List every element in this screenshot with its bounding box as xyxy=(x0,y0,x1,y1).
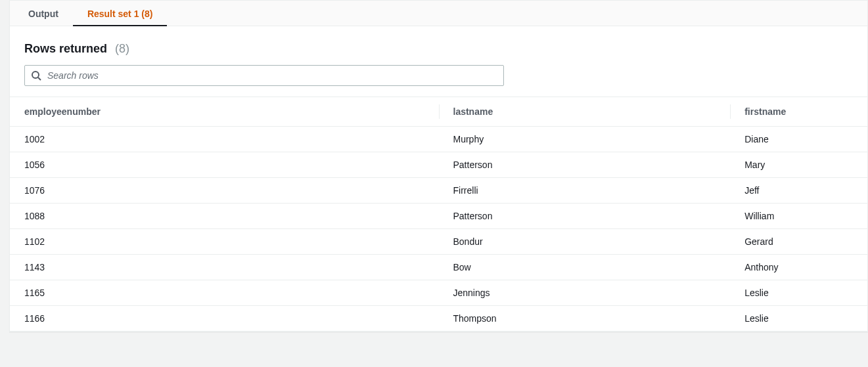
column-header-lastname[interactable]: lastname xyxy=(439,97,731,127)
search-icon xyxy=(31,70,41,81)
rows-returned-title: Rows returned xyxy=(24,42,107,55)
cell-firstname: Anthony xyxy=(730,255,867,280)
search-box xyxy=(24,65,504,86)
cell-lastname: Jennings xyxy=(439,280,731,306)
cell-firstname: Gerard xyxy=(730,229,867,255)
column-header-firstname[interactable]: firstname xyxy=(730,97,867,127)
table-row[interactable]: 1002 Murphy Diane xyxy=(10,127,867,152)
cell-employeenumber: 1143 xyxy=(10,255,439,280)
tab-result-set-1[interactable]: Result set 1 (8) xyxy=(73,1,168,26)
cell-lastname: Patterson xyxy=(439,204,731,229)
column-header-employeenumber[interactable]: employeenumber xyxy=(10,97,439,127)
cell-employeenumber: 1102 xyxy=(10,229,439,255)
cell-firstname: Diane xyxy=(730,127,867,152)
search-input[interactable] xyxy=(24,65,504,86)
table-row[interactable]: 1143 Bow Anthony xyxy=(10,255,867,280)
cell-employeenumber: 1165 xyxy=(10,280,439,306)
cell-lastname: Patterson xyxy=(439,152,731,178)
rows-header: Rows returned (8) xyxy=(10,26,867,65)
svg-point-0 xyxy=(32,72,39,78)
cell-firstname: Leslie xyxy=(730,280,867,306)
cell-employeenumber: 1166 xyxy=(10,306,439,332)
svg-line-1 xyxy=(38,77,41,80)
cell-employeenumber: 1076 xyxy=(10,178,439,204)
table-row[interactable]: 1165 Jennings Leslie xyxy=(10,280,867,306)
tab-output[interactable]: Output xyxy=(14,1,73,26)
cell-lastname: Thompson xyxy=(439,306,731,332)
cell-employeenumber: 1088 xyxy=(10,204,439,229)
table-row[interactable]: 1076 Firrelli Jeff xyxy=(10,178,867,204)
cell-lastname: Bondur xyxy=(439,229,731,255)
cell-lastname: Murphy xyxy=(439,127,731,152)
cell-firstname: William xyxy=(730,204,867,229)
table-row[interactable]: 1056 Patterson Mary xyxy=(10,152,867,178)
cell-lastname: Firrelli xyxy=(439,178,731,204)
tabs-bar: Output Result set 1 (8) xyxy=(10,1,867,26)
table-row[interactable]: 1102 Bondur Gerard xyxy=(10,229,867,255)
cell-employeenumber: 1002 xyxy=(10,127,439,152)
cell-firstname: Mary xyxy=(730,152,867,178)
results-table: employeenumber lastname firstname 1002 M… xyxy=(10,97,867,332)
table-row[interactable]: 1088 Patterson William xyxy=(10,204,867,229)
table-row[interactable]: 1166 Thompson Leslie xyxy=(10,306,867,332)
cell-employeenumber: 1056 xyxy=(10,152,439,178)
cell-lastname: Bow xyxy=(439,255,731,280)
results-panel: Output Result set 1 (8) Rows returned (8… xyxy=(9,0,868,332)
rows-returned-count: (8) xyxy=(115,42,129,55)
cell-firstname: Jeff xyxy=(730,178,867,204)
cell-firstname: Leslie xyxy=(730,306,867,332)
